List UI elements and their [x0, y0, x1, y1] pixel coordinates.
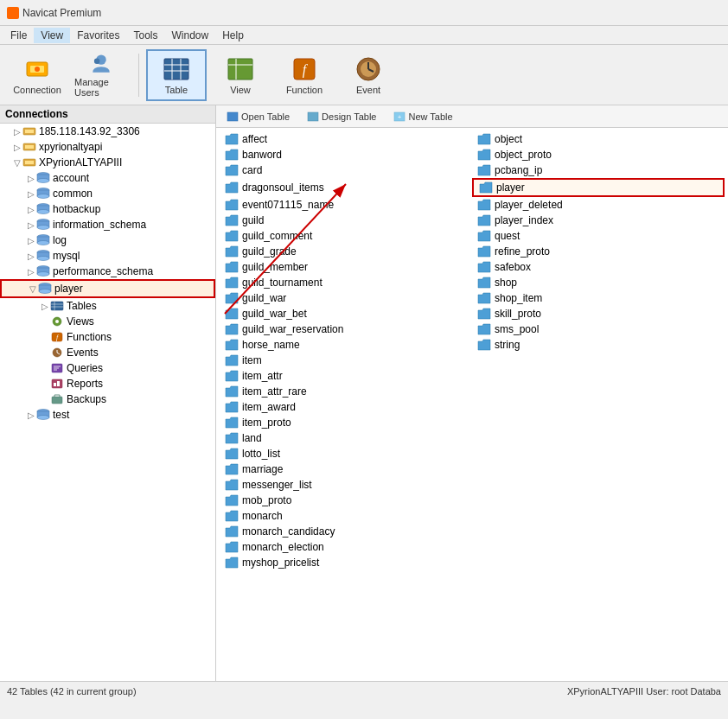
table-entry-card[interactable]: card — [220, 162, 472, 178]
table-entry-player-deleted[interactable]: player_deleted — [472, 197, 725, 213]
svg-rect-71 — [227, 112, 238, 121]
arrow-icon: ▷ — [28, 220, 35, 230]
table-entry-item-attr[interactable]: item_attr — [220, 368, 472, 384]
table-entry-lotto-list[interactable]: lotto_list — [220, 446, 472, 461]
table-entry-guild-war-reservation[interactable]: guild_war_reservation — [220, 321, 472, 337]
sidebar-item-hotbackup[interactable]: ▷ hotbackup — [0, 201, 215, 217]
table-entry-event071115[interactable]: event071115_name — [220, 197, 472, 213]
table-entry-marriage[interactable]: marriage — [220, 461, 472, 477]
table-entry-object-proto[interactable]: object_proto — [472, 147, 725, 162]
table-entry-mob-proto[interactable]: mob_proto — [220, 493, 472, 508]
sidebar-item-performance-schema[interactable]: ▷ performance_schema — [0, 264, 215, 279]
table-entry-monarch-candidacy[interactable]: monarch_candidacy — [220, 524, 472, 539]
table-entry-dragonsoul[interactable]: dragonsoul_items — [220, 178, 472, 197]
menu-help[interactable]: Help — [215, 28, 251, 43]
sidebar-item-tables[interactable]: ▷ Tables — [0, 298, 215, 314]
table-entry-string[interactable]: string — [472, 337, 725, 353]
table-entry-object[interactable]: object — [472, 131, 725, 147]
sidebar-item-information-schema[interactable]: ▷ information_schema — [0, 217, 215, 232]
table-entry-horse-name[interactable]: horse_name — [220, 337, 472, 353]
folder-icon — [477, 164, 491, 176]
table-entry-monarch[interactable]: monarch — [220, 508, 472, 524]
sidebar-item-backups-label: Backups — [67, 393, 106, 405]
table-entry-item-attr-rare[interactable]: item_attr_rare — [220, 384, 472, 399]
table-entry-myshop-pricelist[interactable]: myshop_pricelist — [220, 555, 472, 570]
folder-icon — [477, 339, 491, 351]
menu-tools[interactable]: Tools — [127, 28, 165, 43]
table-entry-banword[interactable]: banword — [220, 147, 472, 162]
folder-icon — [225, 230, 239, 242]
sidebar-item-mysql-label: mysql — [53, 250, 80, 262]
arrow-icon: ▷ — [28, 174, 35, 183]
sidebar-item-conn2[interactable]: ▷ xpyrionaltyapi — [0, 139, 215, 155]
manage-users-button[interactable]: Manage Users — [71, 49, 131, 101]
table-icon — [163, 55, 190, 83]
new-table-label: New Table — [408, 111, 452, 122]
table-entry-player[interactable]: player — [472, 178, 725, 197]
table-entry-safebox[interactable]: safebox — [472, 259, 725, 275]
table-button[interactable]: Table — [146, 49, 207, 101]
sidebar-item-reports[interactable]: ▷ Reports — [0, 376, 215, 391]
table-entry-monarch-election[interactable]: monarch_election — [220, 539, 472, 555]
sidebar-item-conn2-label: xpyrionaltyapi — [39, 141, 102, 153]
table-entry-affect[interactable]: affect — [220, 131, 472, 147]
table-entry-sms-pool[interactable]: sms_pool — [472, 321, 725, 337]
sidebar-item-player[interactable]: ▽ player — [0, 279, 215, 298]
table-entry-skill-proto[interactable]: skill_proto — [472, 306, 725, 321]
table-entry-player-index[interactable]: player_index — [472, 213, 725, 228]
sidebar-item-conn3[interactable]: ▽ XPyrionALTYAPIII — [0, 155, 215, 170]
events-icon — [50, 347, 64, 358]
table-name: myshop_pricelist — [242, 557, 319, 569]
table-name: player_index — [495, 214, 553, 226]
menu-favorites[interactable]: Favorites — [70, 28, 126, 43]
table-entry-guild-war[interactable]: guild_war — [220, 290, 472, 306]
sidebar-item-test[interactable]: ▷ test — [0, 407, 215, 423]
sidebar-item-views[interactable]: ▷ Views — [0, 314, 215, 329]
sidebar-item-views-label: Views — [67, 315, 94, 328]
table-entry-guild-war-bet[interactable]: guild_war_bet — [220, 306, 472, 321]
table-entry-land[interactable]: land — [220, 430, 472, 446]
sidebar-item-log[interactable]: ▷ log — [0, 232, 215, 248]
table-entry-shop-item[interactable]: shop_item — [472, 290, 725, 306]
table-name: item — [242, 354, 262, 366]
sidebar-item-events[interactable]: ▷ Events — [0, 345, 215, 360]
connection-button[interactable]: Connection — [7, 49, 67, 101]
sidebar-item-functions[interactable]: ▷ f Functions — [0, 329, 215, 345]
table-entry-messenger-list[interactable]: messenger_list — [220, 477, 472, 493]
svg-point-33 — [37, 210, 49, 214]
sidebar-item-conn1[interactable]: ▷ 185.118.143.92_3306 — [0, 124, 215, 139]
open-table-button[interactable]: Open Table — [220, 110, 297, 124]
sidebar-item-account[interactable]: ▷ account — [0, 170, 215, 186]
new-table-button[interactable]: + New Table — [386, 110, 459, 124]
table-entry-item-proto[interactable]: item_proto — [220, 415, 472, 430]
view-button[interactable]: View — [210, 49, 271, 101]
folder-icon — [225, 525, 239, 538]
menu-window[interactable]: Window — [165, 28, 216, 43]
backups-icon — [50, 394, 64, 404]
menu-file[interactable]: File — [3, 28, 34, 43]
folder-icon — [477, 323, 491, 335]
design-table-button[interactable]: Design Table — [300, 110, 383, 124]
table-entry-guild-member[interactable]: guild_member — [220, 259, 472, 275]
sidebar-item-backups[interactable]: ▷ Backups — [0, 391, 215, 407]
sidebar-item-queries[interactable]: ▷ Queries — [0, 360, 215, 376]
table-entry-guild[interactable]: guild — [220, 213, 472, 228]
folder-icon — [477, 199, 491, 211]
table-entry-item[interactable]: item — [220, 353, 472, 368]
table-name: skill_proto — [495, 308, 541, 320]
table-entry-guild-comment[interactable]: guild_comment — [220, 228, 472, 244]
menu-view[interactable]: View — [34, 28, 70, 43]
event-button[interactable]: Event — [338, 49, 399, 101]
table-entry-refine-proto[interactable]: refine_proto — [472, 244, 725, 259]
table-entry-guild-grade[interactable]: guild_grade — [220, 244, 472, 259]
sidebar-item-common[interactable]: ▷ common — [0, 186, 215, 201]
table-entry-quest[interactable]: quest — [472, 228, 725, 244]
function-button[interactable]: f Function — [274, 49, 335, 101]
table-entry-empty11 — [472, 508, 725, 524]
arrow-icon: ▷ — [28, 267, 35, 277]
table-entry-guild-tournament[interactable]: guild_tournament — [220, 275, 472, 290]
table-entry-pcbang-ip[interactable]: pcbang_ip — [472, 162, 725, 178]
table-entry-item-award[interactable]: item_award — [220, 399, 472, 415]
table-entry-shop[interactable]: shop — [472, 275, 725, 290]
sidebar-item-mysql[interactable]: ▷ mysql — [0, 248, 215, 264]
